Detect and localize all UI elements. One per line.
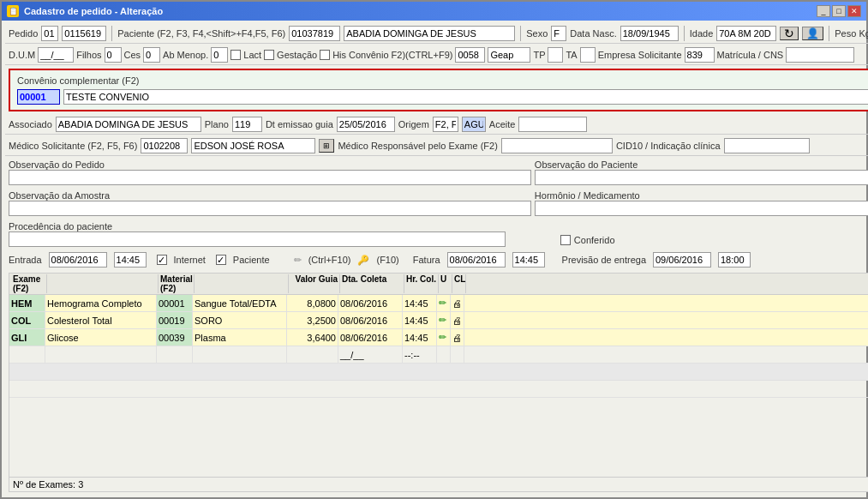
row-desc: Hemograma Completo: [45, 295, 157, 311]
tp-field[interactable]: [548, 47, 563, 63]
associado-field[interactable]: [56, 117, 201, 132]
dum-label: D.U.M: [9, 50, 35, 60]
convenio-code-field[interactable]: [455, 47, 485, 63]
previsao-label: Previsão de entrega: [562, 255, 646, 265]
row-valor: 8,0800: [287, 295, 338, 311]
lact-checkbox[interactable]: [230, 50, 241, 60]
exames-body: HEM Hemograma Completo 00001 Sangue Tota…: [9, 295, 868, 477]
medico-sol-button[interactable]: ⊞: [319, 139, 334, 153]
origem-extra-field[interactable]: [462, 117, 486, 132]
ab-menop-label: Ab Menop.: [163, 50, 208, 60]
row-u[interactable]: ✏: [437, 329, 451, 346]
row-valor: [287, 346, 338, 363]
internet-checkbox[interactable]: ✓: [157, 255, 167, 265]
convenio-name-field[interactable]: [488, 47, 530, 63]
maximize-button[interactable]: □: [832, 5, 846, 17]
gestacao-checkbox[interactable]: [264, 50, 274, 60]
conferido-checkbox[interactable]: [560, 235, 571, 245]
entrada-time-field[interactable]: [114, 252, 147, 268]
row-mat-desc: [193, 346, 287, 363]
pedido-field2[interactable]: 0115619: [62, 26, 106, 41]
table-row[interactable]: COL Colesterol Total 00019 SORO 3,2500 0…: [9, 312, 868, 329]
titlebar-controls[interactable]: _ □ ✕: [817, 5, 861, 17]
row-cl[interactable]: 🖨: [451, 312, 464, 328]
medico-sol-id-field[interactable]: [141, 138, 188, 153]
obs-pedido-field[interactable]: [9, 170, 531, 185]
table-row[interactable]: __/__ --:--: [9, 346, 868, 364]
data-nasc-field[interactable]: [620, 26, 679, 41]
ces-field[interactable]: [143, 47, 160, 63]
fatura-time-field[interactable]: [512, 252, 545, 268]
fatura-date-field[interactable]: [447, 252, 506, 268]
dt-emissao-field[interactable]: [337, 117, 395, 132]
row-mat-cod: 00019: [157, 312, 193, 328]
row-hr: 14:45: [403, 329, 437, 346]
dropdown-row: 00001 TESTE CONVENIO: [17, 89, 868, 105]
entrada-date-field[interactable]: [49, 252, 107, 268]
dropdown-name-field[interactable]: TESTE CONVENIO: [63, 89, 868, 105]
dum-field[interactable]: [38, 47, 74, 63]
his-checkbox[interactable]: [320, 50, 330, 60]
minimize-button[interactable]: _: [817, 5, 830, 17]
medico-resp-field[interactable]: [501, 138, 613, 153]
ab-menop-field[interactable]: [211, 47, 228, 63]
associado-label: Associado: [9, 119, 52, 129]
f10-label: (F10): [376, 255, 398, 265]
sexo-label: Sexo: [526, 28, 548, 39]
paciente-check-label: Paciente: [233, 255, 270, 265]
left-panel: Pedido 01 0115619 Paciente (F2, F3, F4,<…: [5, 24, 868, 494]
aceite-label: Aceite: [489, 119, 516, 129]
idade-field[interactable]: [716, 26, 776, 41]
obs-paciente-field[interactable]: [535, 170, 868, 185]
previsao-date-field[interactable]: [653, 252, 711, 268]
row-cl[interactable]: 🖨: [451, 329, 464, 346]
row2: D.U.M Filhos Ces Ab Menop. Lact Gestação…: [5, 45, 868, 65]
table-row[interactable]: HEM Hemograma Completo 00001 Sangue Tota…: [9, 295, 868, 312]
row-desc: [45, 346, 157, 363]
previsao-time-field[interactable]: [718, 252, 751, 268]
main-window: 📋 Cadastro de pedido - Alteração _ □ ✕ P…: [0, 0, 868, 499]
table-row[interactable]: GLI Glicose 00039 Plasma 3,6400 08/06/20…: [9, 329, 868, 346]
origem-field[interactable]: [433, 117, 458, 132]
obs-amostra-field[interactable]: [9, 201, 531, 216]
row-dta: 08/06/2016: [338, 329, 403, 346]
exames-header: Exame (F2) Material (F2) Valor Guia Dta.…: [9, 274, 868, 295]
exame-col-mat-desc: [195, 274, 289, 293]
pedido-field1[interactable]: 01: [41, 26, 58, 41]
row-cod: HEM: [9, 295, 45, 311]
row-cl[interactable]: 🖨: [451, 295, 464, 311]
medico-sol-name-field[interactable]: [191, 138, 315, 153]
empresa-label: Empresa Solicitante: [598, 50, 682, 60]
matricula-field[interactable]: [786, 47, 854, 63]
hormonio-field[interactable]: [535, 201, 868, 216]
row-mat-desc: Plasma: [193, 329, 287, 346]
paciente-id-field[interactable]: 01037819: [289, 26, 340, 41]
row-mat-cod: 00001: [157, 295, 193, 311]
paciente-name-field[interactable]: ABADIA DOMINGA DE JESUS: [344, 26, 515, 41]
paciente-checkbox[interactable]: ✓: [216, 255, 226, 265]
ta-field[interactable]: [580, 47, 596, 63]
dropdown-code-field[interactable]: 00001: [17, 89, 60, 105]
table-row: [9, 364, 868, 381]
cid10-field[interactable]: [724, 138, 810, 153]
row-hr: 14:45: [403, 295, 437, 311]
plano-label: Plano: [205, 119, 229, 129]
aceite-field[interactable]: [518, 117, 587, 132]
peso-kg-label: Peso Kg: [835, 28, 868, 39]
procedencia-field[interactable]: [9, 231, 506, 247]
sexo-field[interactable]: [551, 26, 566, 41]
row-cl: [451, 346, 464, 363]
row-u[interactable]: ✏: [437, 312, 451, 328]
row-desc: Colesterol Total: [45, 312, 157, 328]
data-nasc-label: Data Nasc.: [570, 28, 616, 39]
filhos-field[interactable]: [105, 47, 122, 63]
empresa-field[interactable]: [685, 47, 715, 63]
row-u[interactable]: ✏: [437, 295, 451, 311]
close-button[interactable]: ✕: [847, 5, 861, 17]
plano-field[interactable]: [232, 117, 262, 132]
nro-exames: Nº de Exames: 3: [9, 477, 868, 491]
refresh-button[interactable]: ↻: [780, 27, 799, 40]
exames-section: Exame (F2) Material (F2) Valor Guia Dta.…: [9, 273, 868, 492]
convenio-label: Convênio F2)(CTRL+F9): [349, 50, 452, 60]
person-button[interactable]: 👤: [802, 27, 823, 40]
